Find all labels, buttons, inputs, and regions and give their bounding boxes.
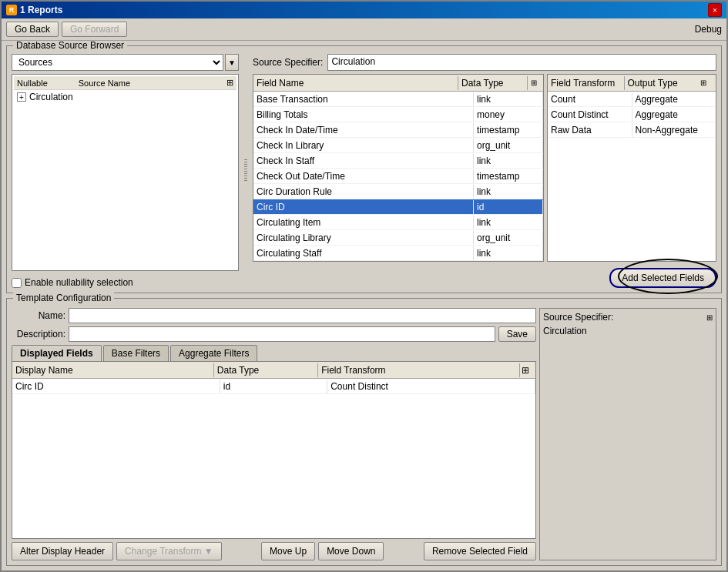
table-row[interactable]: Circulating Staff link <box>253 246 543 261</box>
source-specifier-value: Circulation <box>327 54 716 71</box>
title-bar-left: R 1 Reports <box>6 5 62 15</box>
top-panel-inner: Sources ▼ Nullable Source Name ⊞ + Circu… <box>12 54 716 288</box>
source-specifier-label: Source Specifier: <box>253 57 323 68</box>
vertical-divider <box>243 54 248 288</box>
window-title: 1 Reports <box>20 5 62 15</box>
name-row: Name: <box>12 308 536 323</box>
tabs-row: Displayed Fields Base Filters Aggregate … <box>12 345 536 361</box>
field-col-icon-header: ⊞ <box>528 77 543 89</box>
table-row[interactable]: Check In Library org_unit <box>253 138 543 153</box>
name-label: Name: <box>12 310 65 321</box>
table-row[interactable]: Check Out Date/Time timestamp <box>253 169 543 184</box>
main-window: R 1 Reports × Go Back Go Forward Debug D… <box>0 0 728 572</box>
field-col-type-header: Data Type <box>458 76 528 90</box>
field-list: Field Name Data Type ⊞ Base Transaction … <box>253 74 544 262</box>
description-row: Description: Save <box>12 326 536 342</box>
source-browser: Sources ▼ Nullable Source Name ⊞ + Circu… <box>12 54 239 288</box>
bottom-left: Name: Description: Save Displayed Fields… <box>12 308 536 560</box>
br-col-icon: ⊞ <box>706 313 713 322</box>
add-fields-row: Add Selected Fields <box>253 268 716 288</box>
description-label: Description: <box>12 329 65 340</box>
debug-label: Debug <box>695 24 722 35</box>
tree-col-icon: ⊞ <box>226 78 233 88</box>
transform-row[interactable]: Count Aggregate <box>548 92 716 107</box>
window-icon: R <box>6 5 17 15</box>
tab-displayed-fields[interactable]: Displayed Fields <box>12 345 102 361</box>
br-source-specifier-row: Source Specifier: ⊞ <box>543 312 713 323</box>
nullability-row: Enable nullability selection <box>12 277 239 288</box>
br-source-specifier-value: Circulation <box>543 326 713 336</box>
transform-area: Field Transform Output Type ⊞ Count Aggr… <box>547 74 716 262</box>
source-specifier-row: Source Specifier: Circulation <box>253 54 716 71</box>
move-up-button[interactable]: Move Up <box>261 542 315 560</box>
table-row[interactable]: Check In Date/Time timestamp <box>253 122 543 138</box>
table-row[interactable]: Circ Duration Rule link <box>253 184 543 199</box>
move-down-button[interactable]: Move Down <box>318 542 384 560</box>
tree-col-source: Source Name <box>79 79 130 88</box>
tree-item-label: Circulation <box>29 92 73 102</box>
transform-row[interactable]: Raw Data Non-Aggregate <box>548 122 716 138</box>
table-row[interactable]: Billing Totals money <box>253 107 543 122</box>
tree-header: Nullable Source Name ⊞ <box>14 76 237 90</box>
save-button[interactable]: Save <box>498 326 536 342</box>
tree-item-circulation[interactable]: + Circulation <box>14 90 237 104</box>
table-row[interactable]: Base Transaction link <box>253 92 543 107</box>
enable-nullability-label: Enable nullability selection <box>25 277 133 288</box>
table-row[interactable]: Check In Staff link <box>253 153 543 169</box>
table-row[interactable]: Circulating Item link <box>253 215 543 230</box>
output-col-header: Output Type <box>625 76 701 90</box>
main-content: Database Source Browser Sources ▼ Nullab… <box>2 41 726 570</box>
tree-col-nullable: Nullable <box>17 79 48 88</box>
alter-display-header-button[interactable]: Alter Display Header <box>12 542 113 560</box>
go-back-button[interactable]: Go Back <box>6 22 59 37</box>
toolbar: Go Back Go Forward Debug <box>2 18 726 41</box>
template-config-title: Template Configuration <box>13 293 114 303</box>
dropdown-arrow-button[interactable]: ▼ <box>225 54 239 71</box>
sources-select[interactable]: Sources <box>12 54 223 71</box>
change-transform-button[interactable]: Change Transform ▼ <box>116 542 222 560</box>
field-col-name-header: Field Name <box>253 76 458 90</box>
field-table-header: Field Name Data Type ⊞ <box>253 75 543 92</box>
displayed-fields-header: Display Name Data Type Field Transform ⊞ <box>12 362 535 379</box>
panel-title: Database Source Browser <box>13 41 127 51</box>
transform-col-icon: ⊞ <box>700 79 716 87</box>
disp-col-type-header: Data Type <box>214 363 318 377</box>
enable-nullability-checkbox[interactable] <box>12 278 22 288</box>
tree-area: Nullable Source Name ⊞ + Circulation <box>12 74 239 271</box>
br-source-specifier-label: Source Specifier: <box>543 312 613 323</box>
table-row[interactable]: Circulating Library org_unit <box>253 230 543 246</box>
displayed-fields-area: Display Name Data Type Field Transform ⊞… <box>12 361 536 539</box>
tree-expander[interactable]: + <box>17 92 26 102</box>
table-row-selected[interactable]: Circ ID id <box>253 199 543 215</box>
description-input[interactable] <box>69 326 495 342</box>
displayed-fields-rows: Circ ID id Count Distinct <box>12 379 535 538</box>
name-input[interactable] <box>69 308 536 323</box>
transform-header: Field Transform Output Type ⊞ <box>548 75 716 92</box>
close-button[interactable]: × <box>708 3 722 17</box>
bottom-right-panel: Source Specifier: ⊞ Circulation <box>539 308 716 560</box>
list-item[interactable]: Circ ID id Count Distinct <box>12 379 535 394</box>
remove-selected-field-button[interactable]: Remove Selected Field <box>424 542 536 560</box>
title-bar: R 1 Reports × <box>2 2 726 18</box>
toolbar-left: Go Back Go Forward <box>6 22 127 37</box>
template-config-panel: Template Configuration Name: Description… <box>6 298 722 566</box>
add-selected-fields-button[interactable]: Add Selected Fields <box>609 268 716 288</box>
right-panel: Source Specifier: Circulation Field Name… <box>253 54 716 288</box>
sources-dropdown: Sources ▼ <box>12 54 239 71</box>
field-rows: Base Transaction link Billing Totals mon… <box>253 92 543 261</box>
disp-col-transform-header: Field Transform <box>318 363 520 377</box>
database-source-browser-panel: Database Source Browser Sources ▼ Nullab… <box>6 45 722 293</box>
tab-base-filters[interactable]: Base Filters <box>103 345 169 361</box>
disp-col-name-header: Display Name <box>12 363 214 377</box>
field-table-area: Field Name Data Type ⊞ Base Transaction … <box>253 74 716 262</box>
transform-col-header: Field Transform <box>548 76 625 90</box>
transform-row[interactable]: Count Distinct Aggregate <box>548 107 716 122</box>
bottom-inner: Name: Description: Save Displayed Fields… <box>12 308 716 560</box>
go-forward-button[interactable]: Go Forward <box>62 22 127 37</box>
tab-aggregate-filters[interactable]: Aggregate Filters <box>170 345 257 361</box>
disp-col-icon: ⊞ <box>520 363 535 377</box>
bottom-action-row: Alter Display Header Change Transform ▼ … <box>12 542 536 560</box>
